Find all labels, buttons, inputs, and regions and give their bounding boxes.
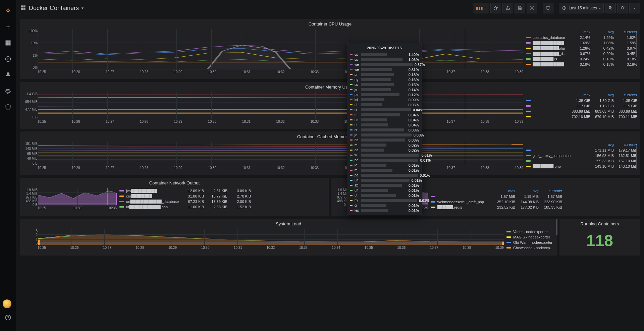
legend-item[interactable]: cra████████31.08 KiB13.77 KiB2.70 KiB bbox=[119, 194, 251, 199]
legend-item[interactable]: 883.68 MiB883.63 MiB883.68 MiB bbox=[526, 109, 637, 114]
chart-tooltip: 2020-09-29 10:37:15 cs1.40%cs1.06%we0.37… bbox=[347, 43, 422, 215]
legend-item[interactable]: Chewbacca - nodeexporter bbox=[506, 245, 554, 251]
share-button[interactable] bbox=[502, 3, 513, 13]
svg-rect-8 bbox=[23, 5, 25, 7]
legend-item[interactable]: ██████████php1.26%0.42%0.97% bbox=[526, 46, 637, 51]
dashboard-title[interactable]: Docker Containers ▼ bbox=[29, 5, 84, 12]
tooltip-row: let0.09% bbox=[347, 97, 422, 102]
apps-icon[interactable] bbox=[3, 38, 13, 48]
dashboard-icon[interactable] bbox=[20, 5, 26, 12]
panel-memory: Container Memory Usage 1.4 GiB954 MiB477… bbox=[20, 82, 640, 129]
tooltip-row: ng0.16% bbox=[347, 77, 422, 82]
panel-title[interactable]: Running Containers bbox=[559, 219, 640, 228]
legend-item[interactable]: ██████.redis232.52 KiB177.02 KiB185.33 K… bbox=[431, 205, 562, 210]
tooltip-row: ny0.01% bbox=[347, 198, 422, 203]
panel-title[interactable]: Container CPU Usage bbox=[20, 19, 640, 28]
tooltip-row: cr0.03% bbox=[347, 127, 422, 132]
settings-button[interactable] bbox=[527, 3, 537, 13]
tooltip-row: do0.03% bbox=[347, 137, 422, 143]
legend-item[interactable]: ████████████0.19%0.18%0.18% bbox=[526, 62, 637, 67]
tooltip-row: un0.04% bbox=[347, 117, 422, 122]
tooltip-row: pe0.12% bbox=[347, 92, 422, 97]
legend-item[interactable]: ████████.php143.10 MiB143.10 MiB bbox=[526, 164, 637, 169]
grafana-logo[interactable] bbox=[3, 5, 13, 16]
svg-rect-9 bbox=[21, 8, 23, 10]
star-button[interactable] bbox=[490, 3, 501, 13]
chart-network-output[interactable]: 1.9 MiB1.4 MiB977 KiB488 KiB0 B 10:2510:… bbox=[23, 188, 117, 212]
legend-item[interactable]: Obi Wan - nodeexporter bbox=[506, 240, 554, 245]
tooltip-row: we0.31% bbox=[347, 67, 422, 72]
tooltip-row: je0.14% bbox=[347, 87, 422, 92]
avatar[interactable] bbox=[3, 299, 11, 308]
panel-cached-memory: Container Cached Memory Usage 191 MiB143… bbox=[20, 131, 640, 175]
panel-title[interactable]: Container Network Output bbox=[20, 178, 329, 187]
content: Container CPU Usage 100%10%1%0% 10:2510:… bbox=[16, 16, 644, 331]
explore-icon[interactable] bbox=[3, 54, 13, 64]
topbar: Docker Containers ▼ ▮▮▮+ Last 15 minutes… bbox=[16, 0, 644, 16]
time-picker[interactable]: Last 15 minutes ▾ bbox=[559, 3, 604, 13]
legend-item[interactable]: ████████████1.69%1.03%1.59% bbox=[526, 40, 637, 46]
tooltip-row: cs0.15% bbox=[347, 82, 422, 87]
tooltip-row: m0.01% bbox=[347, 168, 422, 173]
panel-running-containers: Running Containers 118 bbox=[559, 219, 640, 256]
legend-network-output: jes██████████12.09 KiB2.61 KiB3.09 KiBcr… bbox=[117, 188, 251, 212]
legend-item[interactable]: MAGIS - nodeexporter bbox=[506, 234, 554, 240]
legend-item[interactable]: 1.35 GiB1.30 GiB1.35 GiB bbox=[526, 98, 637, 103]
tooltip-row: je0.01% bbox=[347, 163, 422, 168]
chart-cpu[interactable]: 100%10%1%0% 10:2510:2610:2710:2810:2910:… bbox=[23, 29, 523, 75]
chart-cached-memory[interactable]: 191 MiB143 MiB95 MiB48 MiB0 B bbox=[23, 142, 523, 171]
sidebar: ? bbox=[0, 0, 16, 331]
legend-item[interactable]: 155.33 MiB157.10 MiB bbox=[526, 158, 637, 164]
tooltip-row: les0.01% bbox=[347, 208, 422, 213]
plus-icon[interactable] bbox=[3, 21, 13, 32]
legend-item[interactable]: un████████████_database87.23 KiB13.39 Ki… bbox=[119, 199, 251, 204]
tooltip-row: ut0.04% bbox=[347, 122, 422, 127]
panel-cpu: Container CPU Usage 100%10%1%0% 10:2510:… bbox=[20, 19, 640, 79]
legend-item[interactable]: ████████lis0.24%0.13%0.18% bbox=[526, 56, 637, 62]
tooltip-row: we0.37% bbox=[347, 62, 422, 67]
legend-item[interactable]: webmenedzserhu_craft_php352.10 KiB144.08… bbox=[431, 199, 562, 205]
svg-point-11 bbox=[532, 7, 533, 9]
svg-rect-0 bbox=[6, 41, 8, 43]
svg-rect-10 bbox=[23, 8, 25, 10]
legend-item[interactable]: 1.17 GiB1.15 GiB1.15 GiB bbox=[526, 103, 637, 109]
save-button[interactable] bbox=[515, 3, 525, 13]
scrollbar[interactable] bbox=[636, 146, 637, 169]
gear-icon[interactable] bbox=[3, 86, 13, 97]
scrollbar[interactable] bbox=[636, 33, 637, 57]
tooltip-row: pe0.01% bbox=[347, 173, 422, 178]
zoom-out-button[interactable] bbox=[605, 3, 616, 13]
help-icon[interactable]: ? bbox=[3, 312, 13, 323]
legend-item[interactable]: 1.57 MiB1.19 MiB1.57 MiB bbox=[431, 194, 562, 199]
chart-system-load[interactable]: 3210 10:2510:2610:2710:2810:2910:3010:31… bbox=[23, 229, 504, 251]
tooltip-row: cr0.04% bbox=[347, 107, 422, 112]
tooltip-row: m0.04% bbox=[347, 112, 422, 117]
legend-item[interactable]: 171.11 MiB179.17 MiB bbox=[526, 148, 637, 153]
legend-item[interactable]: 702.16 MiB679.19 MiB700.11 MiB bbox=[526, 114, 637, 119]
tooltip-row: ut0.05% bbox=[347, 102, 422, 107]
bell-icon[interactable] bbox=[3, 70, 13, 80]
legend-item[interactable]: ginx_proxy_companion156.98 MiB162.51 MiB bbox=[526, 153, 637, 158]
add-panel-button[interactable]: ▮▮▮+ bbox=[473, 3, 489, 13]
shield-icon[interactable] bbox=[3, 102, 13, 113]
tooltip-row: m0.02% bbox=[347, 143, 422, 148]
panel-title[interactable]: Container Cached Memory Usage bbox=[20, 131, 640, 141]
tooltip-row: pr0.18% bbox=[347, 72, 422, 77]
legend-system-load: Vader - nodeexporterMAGIS - nodeexporter… bbox=[504, 229, 554, 251]
scrollbar[interactable] bbox=[556, 219, 557, 235]
legend-memory: max avg current▾ 1.35 GiB1.30 GiB1.35 Gi… bbox=[523, 92, 637, 125]
legend-item[interactable]: ut████████████ nhn11.06 KiB2.38 KiB1.52 … bbox=[119, 204, 251, 210]
refresh-button[interactable] bbox=[617, 3, 628, 13]
tv-mode-button[interactable] bbox=[543, 3, 553, 13]
svg-rect-3 bbox=[8, 43, 11, 46]
panel-title[interactable]: Container Memory Usage bbox=[20, 82, 640, 91]
chart-memory[interactable]: 1.4 GiB954 MiB477 MiB0 B bbox=[23, 92, 523, 125]
panel-system-load: System Load 3210 10:2510:2610:2710:2810:… bbox=[20, 219, 557, 256]
legend-item[interactable]: csercsics_database2.14%1.29%1.82% bbox=[526, 35, 637, 40]
legend-item[interactable]: jes██████████12.09 KiB2.61 KiB3.09 KiB bbox=[119, 188, 251, 194]
refresh-interval-button[interactable]: ▾ bbox=[629, 3, 640, 13]
panel-title[interactable]: System Load bbox=[20, 219, 557, 228]
tooltip-row: cs1.40% bbox=[347, 52, 422, 57]
legend-item[interactable]: ██████████_database0.67%0.20%0.45% bbox=[526, 51, 637, 56]
legend-item[interactable]: Vader - nodeexporter bbox=[506, 229, 554, 234]
